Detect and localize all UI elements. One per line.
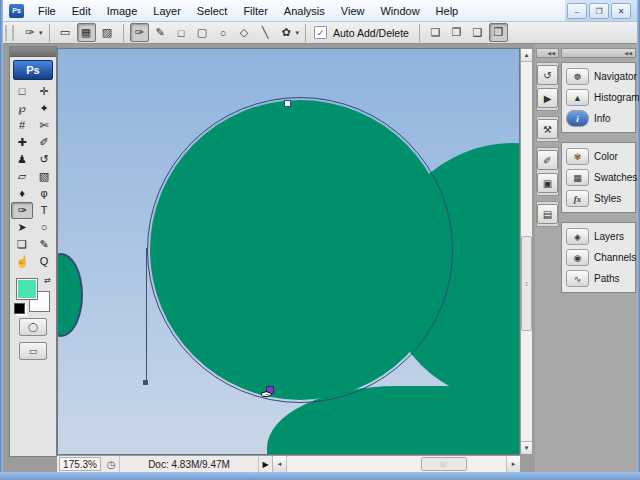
channels-panel-item[interactable]: ◉ Channels	[564, 247, 633, 268]
intersect-path-areas-button[interactable]: ❑	[468, 23, 487, 42]
fill-pixels-mode-button[interactable]: ▨	[98, 23, 117, 42]
menu-layer[interactable]: Layer	[145, 2, 189, 20]
brushes-panel-button[interactable]: ✐	[537, 150, 558, 170]
menu-edit[interactable]: Edit	[64, 2, 99, 20]
auto-add-delete-checkbox[interactable]: ✓	[314, 26, 327, 39]
pen-tool-button[interactable]: ✑	[130, 23, 149, 42]
status-flyout-button[interactable]: ▶	[259, 456, 272, 472]
dodge-tool[interactable]: φ	[33, 185, 55, 202]
menu-filter[interactable]: Filter	[235, 2, 275, 20]
window-border-bottom	[0, 472, 640, 480]
vertical-scrollbar[interactable]: ▴ ≡ ▾	[520, 48, 533, 455]
histogram-panel-item[interactable]: ▲ Histogram	[564, 87, 633, 108]
scroll-right-arrow[interactable]: ▸	[506, 456, 520, 472]
screen-mode-button[interactable]: ▭	[19, 342, 47, 360]
notes-tool[interactable]: ❏	[11, 236, 33, 253]
document-canvas[interactable]: ✒	[57, 48, 520, 455]
eyedropper-tool[interactable]: ✎	[33, 236, 55, 253]
direction-handle-end[interactable]	[143, 380, 148, 385]
menu-analysis[interactable]: Analysis	[276, 2, 333, 20]
scroll-left-arrow[interactable]: ◂	[273, 456, 287, 472]
scroll-up-arrow[interactable]: ▴	[521, 49, 532, 62]
menu-help[interactable]: Help	[428, 2, 467, 20]
anchor-point-top[interactable]	[284, 100, 291, 107]
horizontal-scroll-thumb[interactable]: |||	[421, 457, 467, 471]
icon-panel-group: ▤	[536, 201, 559, 227]
menu-file[interactable]: File	[30, 2, 64, 20]
line-tool-button[interactable]: ╲	[256, 23, 275, 42]
tool-grid: □ ✛ ℘ ✦ # ✄ ✚ ✐ ♟ ↺ ▱ ▧ ♦ φ ✑ T ➤ ○ ❏ ✎ …	[10, 83, 56, 270]
minimize-button[interactable]: –	[567, 3, 587, 19]
custom-shape-tool-button[interactable]: ✿	[277, 23, 296, 42]
polygon-tool-button[interactable]: ◇	[235, 23, 254, 42]
clone-source-panel-button[interactable]: ▣	[537, 173, 558, 193]
navigator-panel-item[interactable]: ☸ Navigator	[564, 66, 633, 87]
tool-preset-dropdown-icon[interactable]: ▾	[39, 29, 43, 37]
quick-mask-button[interactable]: ◯	[19, 318, 47, 336]
styles-panel-item[interactable]: fx Styles	[564, 188, 633, 209]
freeform-pen-tool-button[interactable]: ✎	[151, 23, 170, 42]
close-button[interactable]: ✕	[611, 3, 631, 19]
zoom-tool[interactable]: Q	[33, 253, 55, 270]
history-brush-tool[interactable]: ↺	[33, 151, 55, 168]
slice-tool[interactable]: ✄	[33, 117, 55, 134]
foreground-color-swatch[interactable]	[16, 278, 38, 300]
toolbox-grip[interactable]	[10, 47, 56, 57]
add-to-path-area-button[interactable]: ❏	[426, 23, 445, 42]
ellipse-shape-tool[interactable]: ○	[33, 219, 55, 236]
horizontal-scrollbar[interactable]: ◂ ||| ▸	[272, 456, 520, 472]
healing-brush-tool[interactable]: ✚	[11, 134, 33, 151]
path-selection-tool[interactable]: ➤	[11, 219, 33, 236]
current-tool-icon[interactable]: ✑	[20, 23, 39, 42]
lasso-tool[interactable]: ℘	[11, 100, 33, 117]
default-colors-icon[interactable]	[14, 303, 25, 314]
shape-layers-mode-button[interactable]: ▭	[56, 23, 75, 42]
panel-group-navigation: ☸ Navigator ▲ Histogram i Info	[561, 62, 636, 133]
blur-tool[interactable]: ♦	[11, 185, 33, 202]
shape-options-dropdown-icon[interactable]: ▾	[296, 29, 300, 37]
swatches-panel-item[interactable]: ▦ Swatches	[564, 167, 633, 188]
options-bar-grip[interactable]	[5, 25, 14, 41]
paths-panel-item[interactable]: ∿ Paths	[564, 268, 633, 289]
gradient-tool[interactable]: ▧	[33, 168, 55, 185]
actions-panel-button[interactable]: ▶	[537, 88, 558, 108]
info-panel-item[interactable]: i Info	[564, 108, 633, 129]
menu-image[interactable]: Image	[99, 2, 146, 20]
history-panel-button[interactable]: ↺	[537, 65, 558, 85]
panel-column-collapse-button[interactable]: ◀◀	[561, 48, 636, 58]
icon-column-collapse-button[interactable]: ◀◀	[536, 48, 559, 58]
brush-tool[interactable]: ✐	[33, 134, 55, 151]
app-icon[interactable]: Ps	[9, 4, 24, 18]
ellipse-tool-button[interactable]: ○	[214, 23, 233, 42]
restore-button[interactable]: ❐	[589, 3, 609, 19]
zoom-level-field[interactable]: 175.3%	[59, 457, 101, 471]
vertical-scroll-thumb[interactable]: ≡	[521, 236, 532, 331]
crop-tool[interactable]: #	[11, 117, 33, 134]
scroll-down-arrow[interactable]: ▾	[521, 441, 532, 454]
color-panel-item[interactable]: ✾ Color	[564, 146, 633, 167]
magic-wand-tool[interactable]: ✦	[33, 100, 55, 117]
swap-colors-icon[interactable]: ⇄	[44, 276, 51, 285]
clone-stamp-tool[interactable]: ♟	[11, 151, 33, 168]
eraser-tool[interactable]: ▱	[11, 168, 33, 185]
layer-comps-panel-button[interactable]: ▤	[537, 204, 558, 224]
ellipse-shape-icon: ○	[41, 222, 48, 233]
rounded-rectangle-tool-button[interactable]: ▢	[193, 23, 212, 42]
move-tool[interactable]: ✛	[33, 83, 55, 100]
type-tool[interactable]: T	[33, 202, 55, 219]
rectangle-tool-button[interactable]: □	[172, 23, 191, 42]
hand-tool[interactable]: ☝	[11, 253, 33, 270]
menu-select[interactable]: Select	[189, 2, 236, 20]
tool-presets-panel-button[interactable]: ⚒	[537, 119, 558, 139]
menu-view[interactable]: View	[333, 2, 373, 20]
menu-window[interactable]: Window	[372, 2, 427, 20]
pen-tool[interactable]: ✑	[11, 202, 33, 219]
paths-mode-button[interactable]: ▦	[77, 23, 96, 42]
move-icon: ✛	[39, 86, 48, 97]
subtract-from-path-area-button[interactable]: ❐	[447, 23, 466, 42]
rectangular-marquee-tool[interactable]: □	[11, 83, 33, 100]
ps-logo[interactable]: Ps	[13, 60, 53, 80]
exclude-overlapping-path-areas-button[interactable]: ❒	[489, 23, 508, 42]
layers-panel-item[interactable]: ◈ Layers	[564, 226, 633, 247]
pen-path-outline[interactable]	[147, 97, 453, 403]
